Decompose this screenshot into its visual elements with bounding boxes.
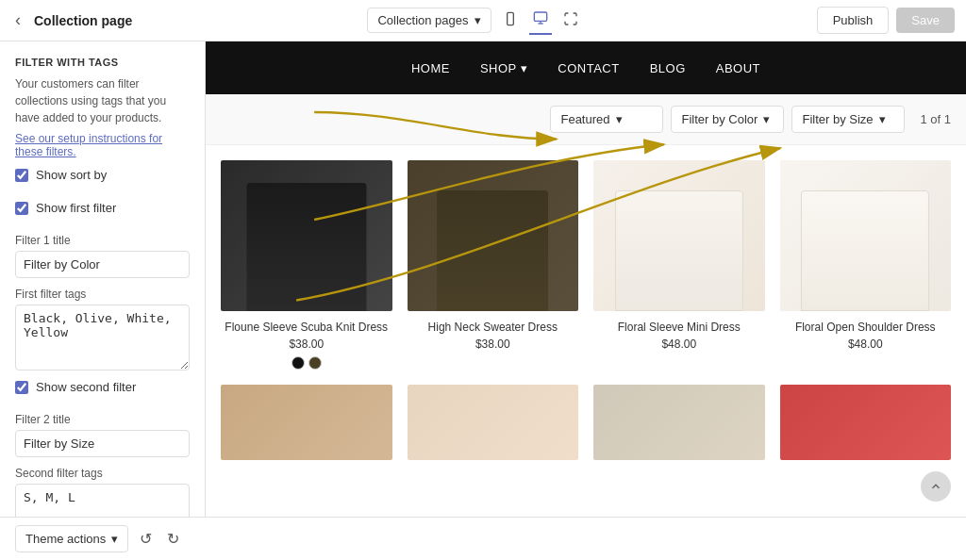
- products-grid: Floune Sleeve Scuba Knit Dress$38.00High…: [221, 160, 951, 370]
- filter1-title-input[interactable]: [15, 251, 190, 278]
- products-section: Floune Sleeve Scuba Knit Dress$38.00High…: [206, 145, 966, 385]
- desktop-device-icon[interactable]: [529, 7, 552, 35]
- show-first-filter-label: Show first filter: [36, 201, 116, 215]
- product-thumbnail[interactable]: [221, 385, 392, 460]
- product-price: $48.00: [661, 338, 696, 351]
- preview-inner: HOME SHOP ▾ CONTACT BLOG ABOUT Featured …: [206, 41, 966, 517]
- show-sort-row: Show sort by: [15, 168, 190, 182]
- nav-contact[interactable]: CONTACT: [558, 61, 619, 75]
- product-name: Floune Sleeve Scuba Knit Dress: [225, 321, 388, 334]
- product-card[interactable]: Floune Sleeve Scuba Knit Dress$38.00: [221, 160, 392, 370]
- top-bar: ‹ Collection page Collection pages ▾ Pub…: [0, 0, 966, 41]
- swatch: [291, 356, 305, 370]
- svg-rect-0: [507, 12, 513, 25]
- top-bar-center: Collection pages ▾: [367, 7, 581, 35]
- color-filter-select[interactable]: Filter by Color ▾: [671, 106, 784, 133]
- product-name: Floral Sleeve Mini Dress: [618, 321, 741, 334]
- product-image: [780, 160, 952, 311]
- top-bar-left: ‹ Collection page: [11, 7, 132, 34]
- product-name: High Neck Sweater Dress: [428, 321, 558, 334]
- redo-button[interactable]: ↻: [163, 526, 183, 552]
- fullscreen-device-icon[interactable]: [559, 8, 582, 34]
- color-filter-arrow: ▾: [763, 112, 770, 126]
- featured-select[interactable]: Featured ▾: [550, 106, 663, 133]
- pagination-text: 1 of 1: [920, 112, 951, 126]
- second-filter-tags-textarea[interactable]: S, M, L: [15, 484, 190, 517]
- second-filter-tags-label: Second filter tags: [15, 467, 190, 480]
- sidebar-section-title: FILTER WITH TAGS: [15, 57, 190, 68]
- show-second-filter-label: Show second filter: [36, 380, 136, 394]
- sidebar: FILTER WITH TAGS Your customers can filt…: [0, 41, 206, 517]
- filter1-title-label: Filter 1 title: [15, 234, 190, 247]
- show-sort-checkbox[interactable]: [15, 169, 28, 182]
- scroll-top-button[interactable]: [921, 471, 951, 502]
- product-price: $38.00: [475, 338, 510, 351]
- product-thumbnail[interactable]: [780, 385, 952, 460]
- product-image: [593, 160, 765, 311]
- preview-area: HOME SHOP ▾ CONTACT BLOG ABOUT Featured …: [206, 41, 966, 517]
- filter2-title-input[interactable]: [15, 430, 190, 457]
- save-button[interactable]: Save: [896, 8, 955, 33]
- nav-about[interactable]: ABOUT: [716, 61, 760, 75]
- mobile-device-icon[interactable]: [499, 8, 522, 34]
- color-filter-label: Filter by Color: [681, 112, 758, 126]
- featured-arrow: ▾: [616, 112, 623, 126]
- sidebar-bottom: Theme actions ▾ ↺ ↻: [0, 517, 966, 560]
- back-button[interactable]: ‹: [11, 7, 25, 34]
- size-filter-select[interactable]: Filter by Size ▾: [791, 106, 905, 133]
- product-price: $48.00: [848, 338, 883, 351]
- product-price: $38.00: [289, 338, 324, 351]
- show-first-filter-checkbox[interactable]: [15, 202, 28, 215]
- product-card[interactable]: Floral Open Shoulder Dress$48.00: [780, 160, 952, 370]
- show-second-filter-checkbox[interactable]: [15, 381, 28, 394]
- theme-actions-button[interactable]: Theme actions ▾: [15, 525, 128, 552]
- product-image: [221, 160, 392, 311]
- nav-home[interactable]: HOME: [411, 61, 450, 75]
- main-content: FILTER WITH TAGS Your customers can filt…: [0, 41, 966, 517]
- first-filter-tags-label: First filter tags: [15, 288, 190, 301]
- filter2-title-label: Filter 2 title: [15, 413, 190, 426]
- featured-label: Featured: [560, 112, 609, 126]
- undo-button[interactable]: ↺: [136, 526, 156, 552]
- show-second-filter-row: Show second filter: [15, 380, 190, 394]
- setup-link[interactable]: See our setup instructions for these fil…: [15, 132, 190, 158]
- product-card[interactable]: High Neck Sweater Dress$38.00: [408, 160, 579, 370]
- product-card[interactable]: Floral Sleeve Mini Dress$48.00: [593, 160, 765, 370]
- page-title: Collection page: [34, 13, 132, 28]
- product-thumbnail[interactable]: [593, 385, 765, 460]
- sidebar-description: Your customers can filter collections us…: [15, 75, 190, 126]
- product-name: Floral Open Shoulder Dress: [795, 321, 936, 334]
- svg-rect-2: [534, 12, 546, 21]
- theme-actions-label: Theme actions: [25, 532, 106, 546]
- swatch: [308, 356, 322, 370]
- size-filter-label: Filter by Size: [802, 112, 873, 126]
- store-nav: HOME SHOP ▾ CONTACT BLOG ABOUT: [206, 41, 966, 94]
- device-icons: [499, 7, 582, 35]
- collection-select[interactable]: Collection pages ▾: [367, 8, 491, 33]
- filter-bar: Featured ▾ Filter by Color ▾ Filter by S…: [206, 94, 966, 145]
- product-thumbnail[interactable]: [408, 385, 579, 460]
- products-row2: [206, 385, 966, 475]
- nav-blog[interactable]: BLOG: [650, 61, 686, 75]
- show-first-filter-row: Show first filter: [15, 201, 190, 215]
- show-sort-label: Show sort by: [36, 168, 107, 182]
- theme-actions-arrow: ▾: [111, 532, 118, 546]
- publish-button[interactable]: Publish: [817, 7, 890, 34]
- size-filter-arrow: ▾: [879, 112, 886, 126]
- product-swatches: [291, 356, 322, 370]
- shop-arrow: ▾: [521, 61, 528, 75]
- nav-shop[interactable]: SHOP ▾: [480, 61, 527, 75]
- top-bar-right: Publish Save: [817, 7, 955, 34]
- product-image: [408, 160, 579, 311]
- first-filter-tags-textarea[interactable]: Black, Olive, White, Yellow: [15, 305, 190, 371]
